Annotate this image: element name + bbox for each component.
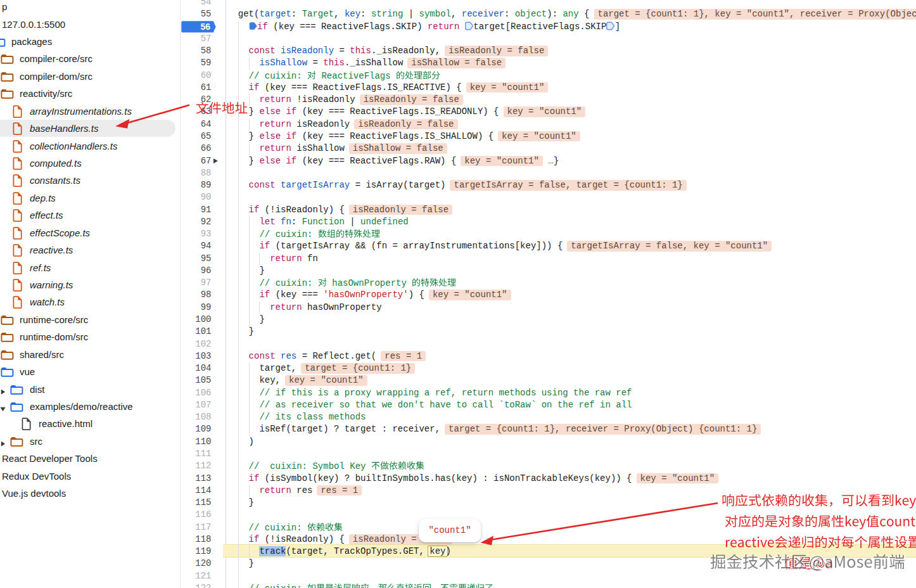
svg-text:56: 56 bbox=[200, 22, 210, 32]
